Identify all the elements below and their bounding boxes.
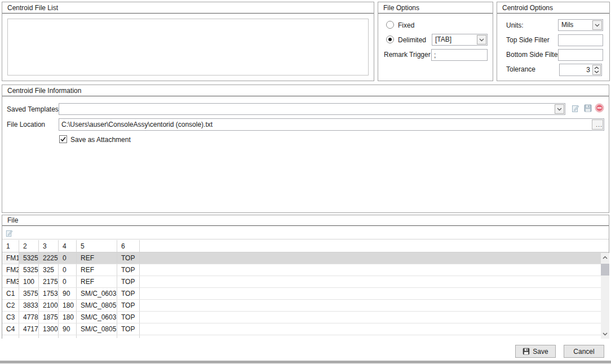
table-cell[interactable]: TOP [117,300,140,311]
table-cell[interactable]: 1875 [39,312,59,323]
edit-template-button[interactable] [570,103,581,113]
column-header[interactable]: 3 [39,240,59,252]
remark-trigger-input[interactable] [431,49,488,61]
centroid-file-listbox[interactable] [7,19,369,76]
table-cell[interactable]: 1300 [39,323,59,335]
table-cell[interactable]: SM/C_0805 [77,300,117,311]
units-combo[interactable]: Mils [558,19,603,31]
delimited-radio-label: Delimited [398,36,426,44]
window-bottom-edge [0,361,611,363]
table-cell[interactable]: 4717 [19,323,39,335]
table-cell[interactable]: REF [77,252,117,264]
column-header[interactable]: 4 [59,240,77,252]
table-cell[interactable]: C2 [2,300,19,311]
fixed-radio[interactable] [386,21,394,29]
table-cell[interactable]: TOP [117,276,140,287]
delete-icon [595,103,604,113]
table-cell[interactable]: 0 [59,252,77,264]
table-cell[interactable]: 4778 [19,312,39,323]
delete-template-button[interactable] [594,103,605,113]
table-cell[interactable]: TOP [117,312,140,323]
table-cell[interactable]: 2175 [39,276,59,287]
filler-cell [140,335,609,338]
save-as-attachment-checkbox[interactable] [59,135,67,143]
table-row[interactable]: FM253253250REFTOP [2,264,609,276]
saved-templates-combo[interactable] [59,103,565,115]
table-row[interactable]: C347781875180SM/C_0603TOP [2,312,609,323]
scroll-down-icon[interactable] [601,330,609,339]
table-cell[interactable]: SM/C_0805 [77,323,117,335]
file-options-panel: File Options Fixed Delimited [TAB] Remar… [378,2,493,81]
chevron-down-icon[interactable] [555,104,564,114]
table-cell[interactable]: 180 [59,312,77,323]
scrollbar-thumb[interactable] [601,264,609,276]
save-button[interactable]: Save [515,345,556,358]
chevron-down-icon[interactable] [477,35,486,45]
table-cell[interactable]: 5325 [19,252,39,264]
browse-button[interactable]: ... [592,119,603,130]
table-cell[interactable]: FM2 [2,264,19,276]
table-vertical-scrollbar[interactable] [601,253,609,339]
units-combo-value: Mils [559,20,592,30]
table-cell[interactable]: TOP [117,252,140,264]
bottom-side-filter-label: Bottom Side Filter [506,51,560,59]
save-icon [583,104,592,113]
table-row[interactable]: FM1532522250REFTOP [2,252,609,264]
table-cell[interactable]: 90 [59,288,77,299]
bottom-side-filter-input[interactable] [558,49,603,61]
table-cell[interactable]: SM/C_0603 [77,312,117,323]
table-cell[interactable]: REF [77,264,117,276]
table-cell[interactable]: 325 [39,264,59,276]
table-cell[interactable]: C1 [2,288,19,299]
table-cell[interactable]: C3 [2,312,19,323]
table-row[interactable]: C44717130090SM/C_0805TOP [2,323,609,335]
table-cell[interactable]: SM/C_0603 [77,288,117,299]
edit-file-button[interactable] [5,228,14,238]
delimiter-combo[interactable]: [TAB] [432,34,488,46]
scroll-up-icon[interactable] [601,253,609,262]
save-template-button[interactable] [582,103,593,113]
table-cell[interactable]: 3833 [19,300,39,311]
table-cell[interactable]: 2100 [39,300,59,311]
table-cell[interactable]: 1753 [39,288,59,299]
chevron-down-icon[interactable] [592,20,602,30]
units-label: Units: [506,21,524,29]
tolerance-spinner[interactable] [592,65,601,75]
column-header[interactable]: 6 [117,240,140,252]
table-cell[interactable]: 90 [59,323,77,335]
table-cell[interactable]: TOP [117,323,140,335]
table-row[interactable]: C13575175390SM/C_0603TOP [2,288,609,300]
file-table-header: 123456 [2,240,609,252]
table-cell[interactable]: C4 [2,323,19,335]
table-cell[interactable]: FM1 [2,252,19,264]
file-location-input[interactable] [59,118,604,131]
column-header[interactable]: 2 [19,240,39,252]
table-cell[interactable]: REF [77,276,117,287]
table-cell[interactable]: TOP [117,264,140,276]
centroid-options-title: Centroid Options [497,2,609,14]
table-row[interactable]: C238332100180SM/C_0805TOP [2,300,609,312]
table-cell[interactable]: 180 [59,300,77,311]
top-side-filter-input[interactable] [558,34,603,46]
delimited-radio[interactable] [386,35,394,43]
table-cell[interactable]: 100 [19,276,39,287]
table-cell[interactable]: 5325 [19,264,39,276]
table-cell[interactable]: FM3 [2,276,19,287]
table-cell-filler [140,264,609,276]
save-as-attachment-label: Save as Attachment [70,136,131,144]
table-row[interactable]: FM310021750REFTOP [2,276,609,288]
table-cell[interactable]: 0 [59,276,77,287]
cancel-button[interactable]: Cancel [564,345,604,358]
table-cell-filler [140,323,609,335]
table-cell[interactable]: TOP [117,288,140,299]
centroid-file-information-panel: Centroid File Information Saved Template… [2,85,609,213]
fixed-radio-label: Fixed [398,21,414,29]
column-header[interactable]: 1 [2,240,19,252]
column-header[interactable]: 5 [77,240,117,252]
table-cell[interactable]: 2225 [39,252,59,264]
centroid-file-list-title: Centroid File List [2,2,374,14]
column-header-filler [140,240,609,252]
edit-icon [571,104,580,113]
table-cell[interactable]: 3575 [19,288,39,299]
table-cell[interactable]: 0 [59,264,77,276]
